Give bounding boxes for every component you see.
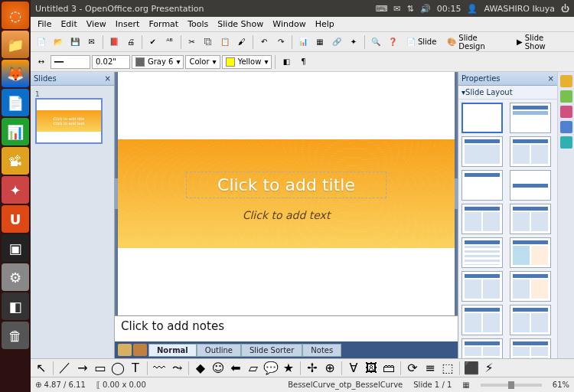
layout-chart[interactable] bbox=[510, 204, 551, 234]
from-file-icon[interactable]: 🖼 bbox=[364, 361, 379, 376]
layout-chart-text[interactable] bbox=[461, 271, 503, 302]
view-icon-a[interactable] bbox=[118, 344, 132, 356]
writer-icon[interactable]: 📄 bbox=[2, 89, 29, 116]
text-icon[interactable]: T bbox=[128, 361, 143, 376]
slide-thumbnail[interactable]: 1 Click to add title Click to add text bbox=[31, 86, 114, 149]
menu-slideshow[interactable]: Slide Show bbox=[214, 18, 267, 30]
connector-icon[interactable]: ⤳ bbox=[169, 361, 184, 376]
stars-icon[interactable]: ★ bbox=[281, 361, 296, 376]
zoom-slider[interactable] bbox=[481, 384, 542, 387]
copy-icon[interactable]: ⿻ bbox=[201, 34, 216, 50]
calc-icon[interactable]: 📊 bbox=[2, 118, 29, 145]
align-icon[interactable]: ≡ bbox=[422, 361, 438, 376]
layout-title-only[interactable] bbox=[461, 170, 503, 201]
line-color-select[interactable]: Gray 6▾ bbox=[132, 55, 184, 69]
styles-icon[interactable]: ¶ bbox=[295, 54, 311, 70]
print-icon[interactable]: 🖨 bbox=[123, 34, 139, 50]
layout-title[interactable] bbox=[510, 103, 551, 133]
redo-icon[interactable]: ↷ bbox=[273, 34, 289, 50]
menu-help[interactable]: Help bbox=[311, 18, 338, 30]
animation-icon[interactable] bbox=[560, 121, 572, 133]
undo-icon[interactable]: ↶ bbox=[256, 34, 272, 50]
email-icon[interactable]: ✉ bbox=[84, 34, 99, 50]
tab-notes[interactable]: Notes bbox=[302, 344, 341, 357]
volume-icon[interactable]: 🔊 bbox=[420, 4, 431, 14]
impress-icon[interactable]: 📽 bbox=[2, 147, 29, 175]
settings-icon[interactable]: ⚙ bbox=[2, 263, 29, 291]
layout-six-a[interactable] bbox=[461, 338, 503, 358]
line-style-select[interactable]: ━━ bbox=[51, 55, 90, 69]
title-placeholder[interactable]: Click to add title bbox=[186, 172, 386, 198]
slide-design-button[interactable]: 🎨Slide Design bbox=[442, 31, 510, 53]
navigator-icon[interactable]: ✦ bbox=[346, 34, 361, 50]
symbol-shapes-icon[interactable]: ☺ bbox=[210, 361, 226, 376]
close-icon[interactable]: × bbox=[105, 74, 111, 83]
help-icon[interactable]: ❓ bbox=[385, 34, 400, 50]
thumbnail[interactable]: Click to add title Click to add text bbox=[35, 98, 103, 144]
extrusion-icon[interactable]: ⬛ bbox=[464, 361, 479, 376]
arrange-icon[interactable]: ⬚ bbox=[440, 361, 455, 376]
files-icon[interactable]: 📁 bbox=[2, 31, 29, 58]
menu-insert[interactable]: Insert bbox=[112, 18, 144, 30]
layout-blank[interactable] bbox=[461, 103, 503, 133]
firefox-icon[interactable]: 🦊 bbox=[2, 60, 29, 87]
menu-edit[interactable]: Edit bbox=[57, 18, 80, 30]
hyperlink-icon[interactable]: 🔗 bbox=[329, 34, 344, 50]
line-width-input[interactable]: 0.02" bbox=[92, 55, 130, 69]
fill-type-select[interactable]: Color▾ bbox=[185, 55, 220, 69]
curve-icon[interactable]: 〰 bbox=[152, 361, 167, 376]
close-icon[interactable]: × bbox=[548, 74, 554, 83]
openoffice-icon[interactable]: ◧ bbox=[2, 292, 29, 320]
shadow-icon[interactable]: ◧ bbox=[279, 54, 294, 70]
tab-normal[interactable]: Normal bbox=[148, 344, 197, 357]
new-icon[interactable]: 📄 bbox=[34, 34, 49, 50]
current-slide[interactable]: Click to add title Click to add text bbox=[118, 72, 455, 315]
table-design-icon[interactable] bbox=[560, 106, 572, 118]
status-layout-icon[interactable]: ▦ bbox=[462, 381, 469, 389]
rotate-icon[interactable]: ⟳ bbox=[405, 361, 420, 376]
rect-icon[interactable]: ▭ bbox=[93, 361, 108, 376]
app-icon[interactable]: ✦ bbox=[2, 176, 29, 204]
interaction-icon[interactable]: ⚡ bbox=[481, 361, 497, 376]
slide-canvas[interactable]: Click to add title Click to add text bbox=[115, 72, 458, 315]
pdf-icon[interactable]: 📕 bbox=[106, 34, 122, 50]
layout-table[interactable] bbox=[461, 237, 503, 268]
menu-view[interactable]: View bbox=[83, 18, 110, 30]
terminal-icon[interactable]: ▣ bbox=[2, 234, 29, 262]
network-icon[interactable]: ⇅ bbox=[407, 4, 414, 14]
user-name[interactable]: AWASHIRO Ikuya bbox=[484, 4, 555, 14]
fill-color-select[interactable]: Yellow▾ bbox=[222, 55, 272, 69]
layout-four-b[interactable] bbox=[510, 305, 551, 335]
points-icon[interactable]: ✢ bbox=[305, 361, 320, 376]
status-zoom[interactable]: 61% bbox=[553, 381, 569, 389]
gallery-icon[interactable]: 🗃 bbox=[381, 361, 396, 376]
layout-two-content[interactable] bbox=[510, 136, 551, 167]
tab-outline[interactable]: Outline bbox=[197, 344, 241, 357]
mail-icon[interactable]: ✉ bbox=[393, 4, 400, 14]
view-icon-b[interactable] bbox=[133, 344, 147, 356]
open-icon[interactable]: 📂 bbox=[51, 34, 66, 50]
dash-icon[interactable]: ◌ bbox=[2, 2, 29, 29]
menu-tools[interactable]: Tools bbox=[184, 18, 212, 30]
layout-four-a[interactable] bbox=[461, 305, 503, 335]
notes-area[interactable]: Click to add notes bbox=[115, 315, 458, 341]
callout-icon[interactable]: 💬 bbox=[263, 361, 279, 376]
zoom-icon[interactable]: 🔍 bbox=[368, 34, 383, 50]
glue-icon[interactable]: ⊕ bbox=[322, 361, 338, 376]
paintbrush-icon[interactable]: 🖌 bbox=[234, 34, 249, 50]
basic-shapes-icon[interactable]: ◆ bbox=[193, 361, 208, 376]
select-icon[interactable]: ↖ bbox=[34, 361, 49, 376]
spellcheck-icon[interactable]: ✔ bbox=[145, 34, 161, 50]
clock[interactable]: 00:15 bbox=[437, 4, 461, 14]
tab-slide-sorter[interactable]: Slide Sorter bbox=[241, 344, 302, 357]
cut-icon[interactable]: ✂ bbox=[184, 34, 200, 50]
layout-two-col[interactable] bbox=[461, 204, 503, 234]
menu-format[interactable]: Format bbox=[145, 18, 182, 30]
ellipse-icon[interactable]: ◯ bbox=[110, 361, 126, 376]
slide-button[interactable]: 📄Slide bbox=[402, 35, 441, 48]
layout-centered[interactable] bbox=[510, 170, 551, 201]
menu-window[interactable]: Window bbox=[269, 18, 309, 30]
subtitle-placeholder[interactable]: Click to add text bbox=[243, 209, 331, 221]
layout-title-content[interactable] bbox=[461, 136, 503, 167]
transition-icon[interactable] bbox=[560, 136, 572, 149]
